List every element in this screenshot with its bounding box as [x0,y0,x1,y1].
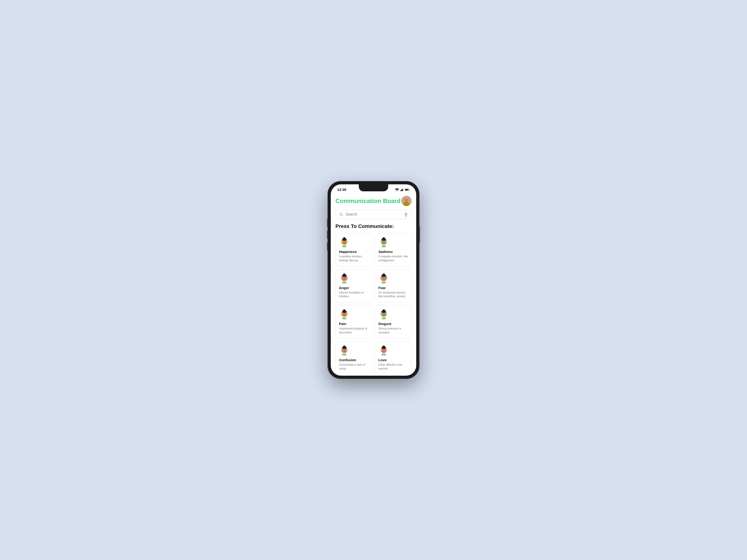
avatar[interactable] [401,196,412,206]
emotion-card-disgust[interactable]: Disgust Strong aversion or revulsion [375,305,412,339]
emotion-avatar-anger [339,273,350,284]
svg-point-48 [345,278,346,278]
svg-point-10 [407,199,408,200]
emotion-name: Love [379,358,408,362]
emotion-avatar-love [379,345,389,355]
search-icon [339,212,343,216]
emotion-avatar [339,237,350,247]
emotion-avatar-confusion [339,345,350,355]
emotion-avatar [379,237,389,247]
svg-point-76 [382,317,386,319]
svg-point-83 [383,314,383,314]
emotion-name: Disgust [379,322,408,326]
emotion-avatar-happiness [339,237,350,247]
emotion-card-pain[interactable]: Pain Unpleasant physical or discomfort [335,305,372,339]
emotion-card-confusion[interactable]: Confusion Uncertainty or lack of clarity [335,341,372,375]
svg-point-40 [342,282,347,284]
status-icons [395,188,410,191]
svg-point-72 [345,314,346,314]
svg-point-47 [343,278,344,278]
svg-point-52 [382,282,386,284]
svg-point-59 [383,278,383,278]
emotion-name: Happiness [339,250,368,254]
svg-point-9 [405,199,406,200]
svg-rect-13 [406,213,407,215]
emotion-card-love[interactable]: Love Deep affection and warmth [375,341,412,375]
svg-point-56 [382,275,386,277]
emotion-avatar-sadness [379,237,389,247]
svg-point-101 [382,353,386,355]
signal-icon [400,188,404,191]
svg-point-16 [342,245,347,247]
emotion-avatar [339,345,350,355]
emotion-avatar-pain [339,309,350,319]
svg-line-12 [342,215,343,216]
svg-point-96 [345,350,346,350]
svg-point-71 [343,314,344,314]
emotion-desc: Uncertainty or lack of clarity [339,363,368,371]
svg-rect-0 [400,190,401,191]
emotion-name: Anger [339,286,368,290]
emotion-name: Fear [379,286,408,290]
svg-rect-2 [402,189,403,191]
app-title: Communication Board [335,197,401,205]
emotion-desc: An emotional reaction like trembling, an… [379,291,408,299]
svg-point-64 [342,317,347,319]
emotion-desc: A negative emotion, like unhappiness [379,255,408,263]
svg-point-95 [343,350,344,350]
status-bar: 12:30 [331,184,416,193]
emotion-desc: Intense frustation or irritation [339,291,368,299]
emotion-grid: Happiness A positive emotion, feelings l… [335,233,412,374]
section-heading: Press To Communicate: [335,223,412,229]
microphone-icon[interactable] [404,212,408,216]
svg-point-23 [343,242,344,242]
phone-screen: 12:30 [331,184,416,376]
emotion-avatar [379,273,389,284]
notch [359,184,388,191]
svg-point-36 [385,242,385,242]
svg-point-109 [385,350,385,350]
emotion-desc: Unpleasant physical or discomfort [339,327,368,335]
emotion-desc: Deep affection and warmth [379,363,408,371]
emotion-card-fear[interactable]: Fear An emotional reaction like tremblin… [375,269,412,303]
svg-point-32 [382,238,386,241]
svg-point-105 [382,347,386,349]
svg-rect-3 [403,188,404,191]
emotion-desc: A positive emotion, feelings like joy [339,255,368,263]
emotion-avatar-disgust [379,309,389,319]
svg-point-80 [382,311,386,313]
svg-point-24 [345,242,346,242]
status-time: 12:30 [337,188,346,192]
wifi-icon [395,188,399,191]
emotion-avatar [379,309,389,319]
svg-point-35 [383,242,383,242]
svg-point-44 [342,275,347,277]
svg-point-28 [382,245,386,247]
emotion-name: Confusion [339,358,368,362]
svg-point-84 [385,314,385,314]
svg-point-20 [342,238,347,241]
emotion-name: Pain [339,322,368,326]
svg-rect-5 [405,189,408,190]
svg-point-92 [342,347,347,349]
svg-point-60 [385,278,385,278]
emotion-name: Sadness [379,250,408,254]
emotion-card-happiness[interactable]: Happiness A positive emotion, feelings l… [335,233,372,266]
svg-rect-1 [401,189,402,191]
app-header: Communication Board [335,193,412,210]
emotion-card-anger[interactable]: Anger Intense frustation or irritation [335,269,372,303]
emotion-card-sadness[interactable]: Sadness A negative emotion, like unhappi… [375,233,412,266]
battery-icon [405,188,410,191]
emotion-avatar [339,309,350,319]
svg-point-88 [342,353,347,355]
emotion-avatar-fear [379,273,389,284]
emotion-desc: Strong aversion or revulsion [379,327,408,335]
svg-point-68 [342,311,347,313]
emotion-avatar [379,345,389,355]
scrollable-content[interactable]: Communication Board [331,193,416,376]
search-input[interactable] [345,212,402,216]
search-bar[interactable] [335,210,412,219]
phone-device: 12:30 [328,182,419,378]
avatar-image [401,196,412,206]
emotion-avatar [339,273,350,284]
